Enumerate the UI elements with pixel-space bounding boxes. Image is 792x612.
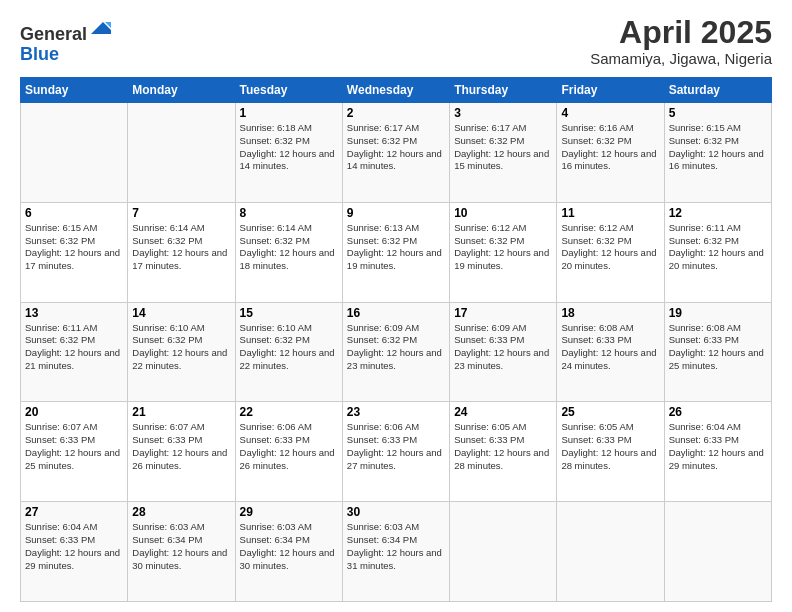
day-info: Sunrise: 6:08 AM Sunset: 6:33 PM Dayligh… [561,322,659,373]
day-info: Sunrise: 6:15 AM Sunset: 6:32 PM Dayligh… [669,122,767,173]
calendar-cell: 3Sunrise: 6:17 AM Sunset: 6:32 PM Daylig… [450,103,557,203]
calendar-week-3: 13Sunrise: 6:11 AM Sunset: 6:32 PM Dayli… [21,302,772,402]
calendar-week-1: 1Sunrise: 6:18 AM Sunset: 6:32 PM Daylig… [21,103,772,203]
day-info: Sunrise: 6:05 AM Sunset: 6:33 PM Dayligh… [561,421,659,472]
day-number: 4 [561,106,659,120]
calendar-cell: 2Sunrise: 6:17 AM Sunset: 6:32 PM Daylig… [342,103,449,203]
calendar-cell: 11Sunrise: 6:12 AM Sunset: 6:32 PM Dayli… [557,202,664,302]
day-info: Sunrise: 6:07 AM Sunset: 6:33 PM Dayligh… [25,421,123,472]
calendar-cell: 27Sunrise: 6:04 AM Sunset: 6:33 PM Dayli… [21,502,128,602]
day-number: 11 [561,206,659,220]
top-header: General Blue April 2025 Samamiya, Jigawa… [20,16,772,67]
day-number: 25 [561,405,659,419]
day-info: Sunrise: 6:03 AM Sunset: 6:34 PM Dayligh… [347,521,445,572]
day-info: Sunrise: 6:05 AM Sunset: 6:33 PM Dayligh… [454,421,552,472]
weekday-header-thursday: Thursday [450,78,557,103]
day-info: Sunrise: 6:18 AM Sunset: 6:32 PM Dayligh… [240,122,338,173]
day-number: 20 [25,405,123,419]
calendar-cell: 8Sunrise: 6:14 AM Sunset: 6:32 PM Daylig… [235,202,342,302]
day-number: 22 [240,405,338,419]
day-number: 10 [454,206,552,220]
logo-general: General [20,24,87,44]
calendar-cell: 30Sunrise: 6:03 AM Sunset: 6:34 PM Dayli… [342,502,449,602]
day-info: Sunrise: 6:06 AM Sunset: 6:33 PM Dayligh… [347,421,445,472]
day-info: Sunrise: 6:11 AM Sunset: 6:32 PM Dayligh… [669,222,767,273]
calendar-cell: 5Sunrise: 6:15 AM Sunset: 6:32 PM Daylig… [664,103,771,203]
day-number: 19 [669,306,767,320]
day-number: 9 [347,206,445,220]
day-info: Sunrise: 6:17 AM Sunset: 6:32 PM Dayligh… [454,122,552,173]
calendar-cell [664,502,771,602]
weekday-header-monday: Monday [128,78,235,103]
calendar-cell: 15Sunrise: 6:10 AM Sunset: 6:32 PM Dayli… [235,302,342,402]
day-info: Sunrise: 6:14 AM Sunset: 6:32 PM Dayligh… [240,222,338,273]
weekday-header-tuesday: Tuesday [235,78,342,103]
day-number: 28 [132,505,230,519]
day-info: Sunrise: 6:13 AM Sunset: 6:32 PM Dayligh… [347,222,445,273]
day-info: Sunrise: 6:03 AM Sunset: 6:34 PM Dayligh… [240,521,338,572]
title-area: April 2025 Samamiya, Jigawa, Nigeria [590,16,772,67]
day-info: Sunrise: 6:16 AM Sunset: 6:32 PM Dayligh… [561,122,659,173]
day-info: Sunrise: 6:11 AM Sunset: 6:32 PM Dayligh… [25,322,123,373]
location-title: Samamiya, Jigawa, Nigeria [590,50,772,67]
calendar-cell: 18Sunrise: 6:08 AM Sunset: 6:33 PM Dayli… [557,302,664,402]
day-info: Sunrise: 6:17 AM Sunset: 6:32 PM Dayligh… [347,122,445,173]
weekday-header-sunday: Sunday [21,78,128,103]
day-number: 17 [454,306,552,320]
calendar-cell: 10Sunrise: 6:12 AM Sunset: 6:32 PM Dayli… [450,202,557,302]
logo-text: General [20,16,113,45]
day-info: Sunrise: 6:15 AM Sunset: 6:32 PM Dayligh… [25,222,123,273]
weekday-header-saturday: Saturday [664,78,771,103]
day-number: 1 [240,106,338,120]
month-title: April 2025 [590,16,772,48]
day-number: 14 [132,306,230,320]
day-number: 3 [454,106,552,120]
calendar-cell: 4Sunrise: 6:16 AM Sunset: 6:32 PM Daylig… [557,103,664,203]
day-number: 27 [25,505,123,519]
calendar-cell: 7Sunrise: 6:14 AM Sunset: 6:32 PM Daylig… [128,202,235,302]
calendar-table: SundayMondayTuesdayWednesdayThursdayFrid… [20,77,772,602]
day-number: 12 [669,206,767,220]
weekday-header-wednesday: Wednesday [342,78,449,103]
calendar-cell: 12Sunrise: 6:11 AM Sunset: 6:32 PM Dayli… [664,202,771,302]
logo-blue-text: Blue [20,44,59,64]
calendar-cell: 22Sunrise: 6:06 AM Sunset: 6:33 PM Dayli… [235,402,342,502]
calendar-cell [128,103,235,203]
day-number: 13 [25,306,123,320]
day-info: Sunrise: 6:14 AM Sunset: 6:32 PM Dayligh… [132,222,230,273]
day-info: Sunrise: 6:10 AM Sunset: 6:32 PM Dayligh… [132,322,230,373]
day-number: 24 [454,405,552,419]
day-info: Sunrise: 6:12 AM Sunset: 6:32 PM Dayligh… [454,222,552,273]
day-number: 5 [669,106,767,120]
calendar-cell: 9Sunrise: 6:13 AM Sunset: 6:32 PM Daylig… [342,202,449,302]
calendar-cell: 6Sunrise: 6:15 AM Sunset: 6:32 PM Daylig… [21,202,128,302]
calendar-cell: 20Sunrise: 6:07 AM Sunset: 6:33 PM Dayli… [21,402,128,502]
day-number: 8 [240,206,338,220]
day-number: 23 [347,405,445,419]
calendar-cell: 14Sunrise: 6:10 AM Sunset: 6:32 PM Dayli… [128,302,235,402]
calendar-cell: 16Sunrise: 6:09 AM Sunset: 6:32 PM Dayli… [342,302,449,402]
logo-area: General Blue [20,16,113,65]
calendar-cell: 28Sunrise: 6:03 AM Sunset: 6:34 PM Dayli… [128,502,235,602]
day-number: 7 [132,206,230,220]
day-info: Sunrise: 6:12 AM Sunset: 6:32 PM Dayligh… [561,222,659,273]
calendar-cell: 13Sunrise: 6:11 AM Sunset: 6:32 PM Dayli… [21,302,128,402]
day-info: Sunrise: 6:08 AM Sunset: 6:33 PM Dayligh… [669,322,767,373]
calendar-cell [21,103,128,203]
page: General Blue April 2025 Samamiya, Jigawa… [0,0,792,612]
day-number: 26 [669,405,767,419]
day-info: Sunrise: 6:07 AM Sunset: 6:33 PM Dayligh… [132,421,230,472]
calendar-week-5: 27Sunrise: 6:04 AM Sunset: 6:33 PM Dayli… [21,502,772,602]
calendar-cell: 23Sunrise: 6:06 AM Sunset: 6:33 PM Dayli… [342,402,449,502]
day-number: 15 [240,306,338,320]
day-info: Sunrise: 6:04 AM Sunset: 6:33 PM Dayligh… [669,421,767,472]
calendar-week-4: 20Sunrise: 6:07 AM Sunset: 6:33 PM Dayli… [21,402,772,502]
calendar-cell: 19Sunrise: 6:08 AM Sunset: 6:33 PM Dayli… [664,302,771,402]
calendar-week-2: 6Sunrise: 6:15 AM Sunset: 6:32 PM Daylig… [21,202,772,302]
logo-blue: Blue [20,45,113,65]
calendar-cell [450,502,557,602]
day-info: Sunrise: 6:09 AM Sunset: 6:33 PM Dayligh… [454,322,552,373]
day-number: 29 [240,505,338,519]
day-info: Sunrise: 6:06 AM Sunset: 6:33 PM Dayligh… [240,421,338,472]
day-number: 18 [561,306,659,320]
